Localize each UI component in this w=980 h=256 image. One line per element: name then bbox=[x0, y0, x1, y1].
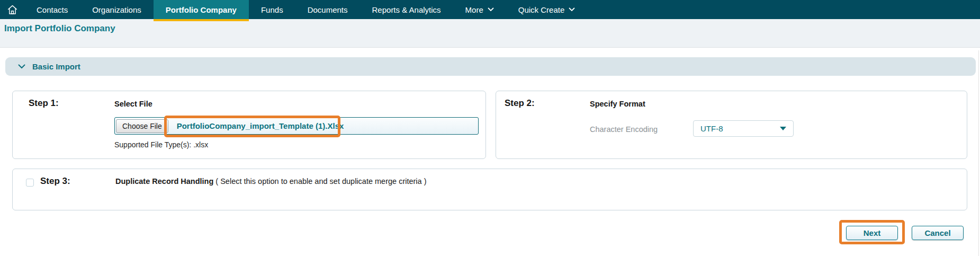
nav-item-funds[interactable]: Funds bbox=[249, 0, 295, 19]
top-navbar: Contacts Organizations Portfolio Company… bbox=[0, 0, 980, 19]
step3-label: Step 3: bbox=[40, 176, 70, 187]
section-title: Basic Import bbox=[32, 62, 80, 71]
nav-item-label: Portfolio Company bbox=[166, 5, 237, 14]
select-file-heading: Select File bbox=[114, 100, 152, 108]
cancel-button[interactable]: Cancel bbox=[912, 226, 964, 240]
duplicate-handling-description: Duplicate Record Handling ( Select this … bbox=[115, 177, 427, 186]
nav-item-organizations[interactable]: Organizations bbox=[80, 0, 154, 19]
chevron-down-icon bbox=[18, 64, 25, 69]
dropdown-caret-icon bbox=[780, 127, 786, 130]
nav-item-label: Documents bbox=[308, 5, 348, 14]
step3-card: Step 3: Duplicate Record Handling ( Sele… bbox=[12, 169, 967, 210]
nav-item-label: Organizations bbox=[92, 5, 141, 14]
basic-import-section-header[interactable]: Basic Import bbox=[5, 57, 976, 76]
nav-item-label: More bbox=[465, 5, 483, 14]
nav-item-documents[interactable]: Documents bbox=[295, 0, 360, 19]
nav-item-label: Reports & Analytics bbox=[372, 5, 441, 14]
choose-file-button[interactable]: Choose File bbox=[116, 119, 168, 133]
step1-card: Step 1: Select File Choose File Portfoli… bbox=[12, 91, 486, 159]
nav-item-more[interactable]: More bbox=[453, 0, 506, 19]
chevron-down-icon bbox=[488, 7, 494, 12]
selected-file-name: PortfolioCompany_import_Template (1).Xls… bbox=[177, 121, 344, 130]
supported-file-types-note: Supported File Type(s): .xlsx bbox=[114, 140, 208, 149]
home-button[interactable] bbox=[0, 0, 24, 19]
nav-item-label: Funds bbox=[261, 5, 283, 14]
nav-item-portfolio-company[interactable]: Portfolio Company bbox=[154, 0, 249, 19]
home-icon bbox=[7, 4, 18, 15]
nav-item-reports-analytics[interactable]: Reports & Analytics bbox=[360, 0, 453, 19]
character-encoding-dropdown[interactable]: UTF-8 bbox=[693, 120, 794, 137]
step2-card: Step 2: Specify Format Character Encodin… bbox=[496, 91, 967, 159]
duplicate-handling-note: ( Select this option to enable and set d… bbox=[215, 177, 426, 186]
chevron-down-icon bbox=[569, 7, 575, 12]
duplicate-handling-checkbox[interactable] bbox=[26, 179, 34, 187]
nav-item-contacts[interactable]: Contacts bbox=[24, 0, 80, 19]
character-encoding-label: Character Encoding bbox=[590, 125, 658, 134]
nav-item-quick-create[interactable]: Quick Create bbox=[506, 0, 588, 19]
page-title-bar bbox=[0, 19, 980, 48]
duplicate-handling-heading: Duplicate Record Handling bbox=[115, 177, 213, 186]
page-title: Import Portfolio Company bbox=[4, 23, 115, 34]
nav-item-label: Quick Create bbox=[518, 5, 565, 14]
file-input[interactable]: Choose File PortfolioCompany_import_Temp… bbox=[114, 117, 479, 135]
specify-format-heading: Specify Format bbox=[590, 100, 645, 108]
step1-label: Step 1: bbox=[29, 98, 59, 109]
step2-label: Step 2: bbox=[505, 98, 535, 109]
next-button[interactable]: Next bbox=[846, 226, 898, 240]
nav-item-label: Contacts bbox=[37, 5, 68, 14]
character-encoding-value: UTF-8 bbox=[700, 124, 723, 133]
page-right-border bbox=[978, 50, 979, 256]
